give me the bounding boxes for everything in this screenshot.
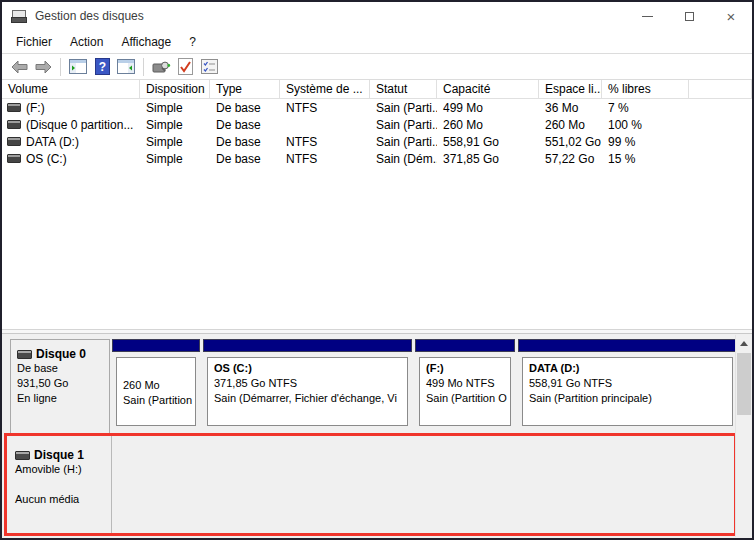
volume-row-os-c[interactable]: OS (C:) Simple De base NTFS Sain (Dém...… — [2, 150, 752, 167]
menu-help[interactable]: ? — [180, 32, 205, 52]
show-console-tree-icon[interactable] — [68, 57, 88, 77]
cell-capacite: 260 Mo — [437, 118, 539, 132]
disk0-name: Disque 0 — [36, 347, 86, 361]
window-title: Gestion des disques — [35, 9, 144, 23]
cell-disposition: Simple — [140, 135, 210, 149]
svg-text:?: ? — [98, 60, 105, 74]
disk1-type: Amovible (H:) — [15, 462, 111, 477]
disk0-status: En ligne — [17, 391, 109, 406]
forward-arrow-icon[interactable] — [33, 57, 53, 77]
drive-icon — [7, 154, 21, 163]
volume-name: OS (C:) — [26, 152, 67, 166]
partition-size: 371,85 Go NTFS — [214, 376, 401, 391]
menu-fichier[interactable]: Fichier — [7, 32, 61, 52]
partition-recovery[interactable]: 260 Mo Sain (Partition — [112, 339, 200, 434]
partition-status: Sain (Partition O — [426, 391, 504, 406]
volume-name: DATA (D:) — [26, 135, 79, 149]
cell-capacite: 499 Mo — [437, 101, 539, 115]
drive-icon — [7, 120, 21, 129]
cell-statut: Sain (Parti... — [370, 101, 437, 115]
partition-color-bar — [518, 339, 737, 352]
partition-status: Sain (Partition principale) — [529, 391, 726, 406]
disk-icon — [15, 451, 30, 460]
menu-action[interactable]: Action — [61, 32, 112, 52]
volume-list-header: Volume Disposition Type Système de ... S… — [2, 80, 752, 99]
volume-name: (F:) — [26, 101, 45, 115]
partition-title: OS (C:) — [214, 361, 401, 376]
partition-color-bar — [112, 339, 200, 352]
cell-statut: Sain (Parti... — [370, 135, 437, 149]
partition-f[interactable]: (F:) 499 Mo NTFS Sain (Partition O — [415, 339, 515, 434]
check-document-icon[interactable] — [175, 57, 195, 77]
cell-capacite: 558,91 Go — [437, 135, 539, 149]
disk1-label-panel[interactable]: Disque 1 Amovible (H:) Aucun média — [11, 436, 112, 533]
back-arrow-icon[interactable] — [9, 57, 29, 77]
disk-management-window: Gestion des disques × Fichier Action Aff… — [0, 0, 754, 540]
partition-title: DATA (D:) — [529, 361, 726, 376]
column-header-statut[interactable]: Statut — [370, 80, 437, 98]
partition-color-bar — [415, 339, 515, 352]
help-icon[interactable]: ? — [92, 57, 112, 77]
cell-pct-libres: 99 % — [602, 135, 689, 149]
toolbar: ? — [2, 53, 752, 80]
cell-type: De base — [210, 101, 280, 115]
cell-type: De base — [210, 118, 280, 132]
vertical-scrollbar[interactable] — [735, 335, 751, 537]
show-action-pane-icon[interactable] — [116, 57, 136, 77]
chevron-up-icon — [740, 341, 748, 346]
cell-systeme: NTFS — [280, 135, 370, 149]
column-header-systeme[interactable]: Système de ... — [280, 80, 370, 98]
partition-data-d[interactable]: DATA (D:) 558,91 Go NTFS Sain (Partition… — [518, 339, 737, 434]
cell-pct-libres: 7 % — [602, 101, 689, 115]
red-highlight-rectangle: Disque 1 Amovible (H:) Aucun média — [4, 433, 737, 536]
partition-title: (F:) — [426, 361, 504, 376]
disk0-size: 931,50 Go — [17, 376, 109, 391]
disk-icon — [17, 350, 32, 359]
volume-name: (Disque 0 partition... — [26, 118, 133, 132]
partition-size: 260 Mo — [123, 361, 189, 393]
column-header-espace-libre[interactable]: Espace li... — [539, 80, 602, 98]
cell-disposition: Simple — [140, 152, 210, 166]
partition-status: Sain (Démarrer, Fichier d'échange, Vi — [214, 391, 401, 406]
cell-statut: Sain (Parti... — [370, 118, 437, 132]
volume-row-data-d[interactable]: DATA (D:) Simple De base NTFS Sain (Part… — [2, 133, 752, 150]
volume-row-f[interactable]: (F:) Simple De base NTFS Sain (Parti... … — [2, 99, 752, 116]
toolbar-separator — [60, 58, 61, 76]
cell-type: De base — [210, 152, 280, 166]
maximize-button[interactable] — [668, 2, 710, 30]
scrollbar-up-button[interactable] — [736, 335, 751, 351]
app-icon — [11, 10, 27, 23]
menu-affichage[interactable]: Affichage — [112, 32, 180, 52]
close-button[interactable]: × — [710, 2, 752, 30]
minimize-icon — [642, 16, 653, 17]
cell-statut: Sain (Dém... — [370, 152, 437, 166]
toolbar-separator — [143, 58, 144, 76]
partition-color-bar — [203, 339, 412, 352]
volume-row-disque0-partition[interactable]: (Disque 0 partition... Simple De base Sa… — [2, 116, 752, 133]
disk0-partitions: 260 Mo Sain (Partition OS (C:) 371,85 Go… — [112, 339, 737, 434]
cell-pct-libres: 100 % — [602, 118, 689, 132]
disk1-name: Disque 1 — [34, 448, 84, 462]
column-header-type[interactable]: Type — [210, 80, 280, 98]
popup-window-icon[interactable] — [151, 57, 171, 77]
cell-espace: 260 Mo — [539, 118, 602, 132]
disk0-label-panel[interactable]: Disque 0 De base 931,50 Go En ligne — [10, 339, 110, 434]
cell-disposition: Simple — [140, 101, 210, 115]
disk0-type: De base — [17, 361, 109, 376]
drive-icon — [7, 103, 21, 112]
column-header-filler — [689, 80, 752, 98]
graphical-view: Disque 0 De base 931,50 Go En ligne 260 … — [2, 334, 752, 538]
close-icon: × — [727, 9, 736, 24]
partition-os-c[interactable]: OS (C:) 371,85 Go NTFS Sain (Démarrer, F… — [203, 339, 412, 434]
column-header-volume[interactable]: Volume — [2, 80, 140, 98]
cell-systeme: NTFS — [280, 101, 370, 115]
cell-espace: 551,02 Go — [539, 135, 602, 149]
column-header-pct-libres[interactable]: % libres — [602, 80, 689, 98]
partition-size: 558,91 Go NTFS — [529, 376, 726, 391]
scrollbar-thumb[interactable] — [737, 353, 751, 415]
checklist-document-icon[interactable] — [199, 57, 219, 77]
minimize-button[interactable] — [626, 2, 668, 30]
partition-status: Sain (Partition — [123, 393, 189, 408]
column-header-disposition[interactable]: Disposition — [140, 80, 210, 98]
column-header-capacite[interactable]: Capacité — [437, 80, 539, 98]
